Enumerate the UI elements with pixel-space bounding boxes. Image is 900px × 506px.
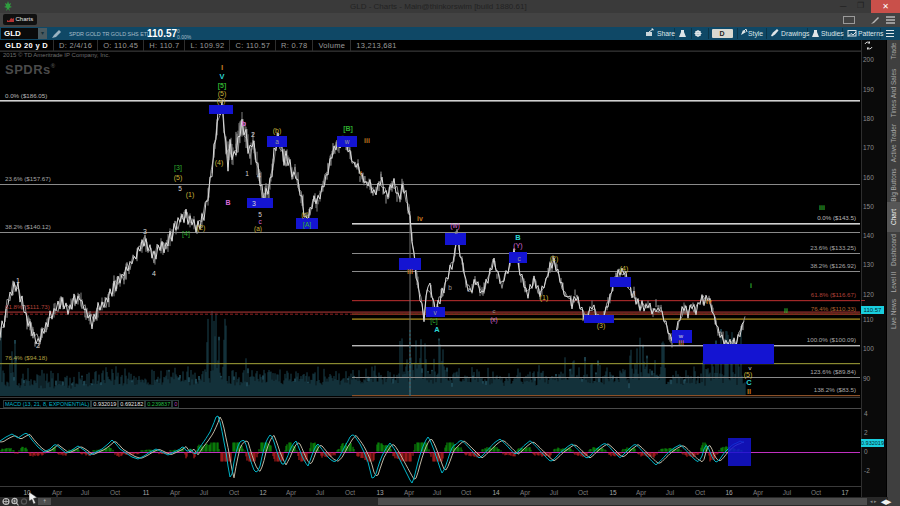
svg-text:2: 2 — [251, 131, 255, 138]
svg-text:A: A — [434, 325, 440, 334]
svg-text:(a): (a) — [254, 225, 262, 233]
svg-text:[c]: [c] — [430, 317, 437, 325]
svg-text:C: C — [746, 378, 752, 387]
svg-text:b: b — [242, 120, 246, 127]
svg-text:Active Trader: Active Trader — [890, 123, 897, 162]
svg-text:Live News: Live News — [890, 298, 897, 329]
svg-text:(4): (4) — [620, 265, 629, 273]
svg-text:4: 4 — [152, 270, 156, 277]
svg-text:Trade: Trade — [890, 42, 897, 59]
svg-text:[3]: [3] — [174, 164, 182, 172]
svg-text:Times And Sales: Times And Sales — [890, 68, 897, 117]
svg-text:1: 1 — [245, 170, 249, 177]
svg-text:(Y): (Y) — [513, 242, 522, 250]
svg-text:3: 3 — [143, 228, 147, 235]
svg-text:0.0% ($186.05): 0.0% ($186.05) — [5, 92, 47, 99]
svg-text:Drawings: Drawings — [781, 30, 810, 38]
svg-text:Big Buttons: Big Buttons — [890, 168, 898, 202]
svg-text:23.6% ($157.67): 23.6% ($157.67) — [5, 175, 51, 182]
svg-text:[A]: [A] — [303, 221, 312, 229]
svg-text:ii: ii — [784, 307, 788, 314]
svg-text:B: B — [515, 233, 521, 242]
svg-text:[5]: [5] — [218, 82, 227, 90]
svg-text:0.0% ($143.5): 0.0% ($143.5) — [817, 214, 856, 221]
svg-text:i: i — [750, 282, 752, 289]
svg-text:a: a — [467, 286, 471, 293]
svg-text:i: i — [360, 170, 362, 177]
svg-text:76.4% ($110.33): 76.4% ($110.33) — [811, 305, 856, 312]
svg-text:[B]: [B] — [343, 125, 353, 133]
svg-text:(4): (4) — [215, 159, 224, 167]
svg-text:(1): (1) — [186, 191, 195, 199]
svg-text:iii: iii — [364, 137, 370, 144]
svg-text:61.8% ($111.73): 61.8% ($111.73) — [5, 303, 50, 310]
svg-text:(c): (c) — [301, 211, 309, 219]
svg-text:138.2% ($83.5): 138.2% ($83.5) — [814, 386, 856, 393]
svg-text:iii: iii — [407, 268, 413, 275]
svg-text:V: V — [219, 72, 224, 81]
svg-text:iv: iv — [706, 298, 712, 305]
svg-text:Style: Style — [748, 30, 763, 38]
svg-text:Studies: Studies — [821, 30, 844, 37]
svg-text:61.8% ($116.67): 61.8% ($116.67) — [811, 291, 856, 298]
svg-text:Share: Share — [657, 30, 675, 37]
svg-text:5: 5 — [178, 185, 182, 192]
svg-text:1: 1 — [16, 277, 20, 284]
svg-text:38.2% ($140.12): 38.2% ($140.12) — [5, 223, 51, 230]
svg-text:Level II: Level II — [890, 271, 897, 292]
svg-text:3: 3 — [252, 200, 256, 207]
svg-text:Chart: Chart — [890, 209, 897, 225]
svg-text:D: D — [719, 30, 724, 37]
svg-text:a: a — [275, 138, 279, 145]
svg-text:c: c — [258, 218, 262, 225]
svg-text:iii: iii — [678, 339, 684, 346]
svg-text:c: c — [455, 229, 458, 235]
svg-text:w: w — [344, 138, 350, 145]
svg-text:5: 5 — [258, 211, 262, 218]
svg-text:c: c — [493, 308, 496, 314]
svg-text:(2): (2) — [550, 255, 559, 263]
svg-text:(2): (2) — [197, 224, 206, 232]
svg-text:II: II — [747, 387, 751, 396]
svg-text:I: I — [221, 63, 223, 72]
svg-text:38.2% ($126.92): 38.2% ($126.92) — [810, 262, 856, 269]
svg-text:(1): (1) — [540, 294, 549, 302]
svg-text:2: 2 — [36, 342, 40, 349]
svg-text:iv: iv — [417, 215, 423, 222]
svg-text:(x): (x) — [490, 316, 498, 324]
svg-text:(3): (3) — [597, 322, 606, 330]
svg-text:iii: iii — [819, 204, 825, 211]
svg-text:[4]: [4] — [182, 230, 190, 238]
svg-text:(3): (3) — [217, 97, 226, 105]
svg-text:B: B — [225, 199, 230, 206]
svg-text:76.4% ($94.18): 76.4% ($94.18) — [5, 354, 47, 361]
svg-text:(5): (5) — [174, 174, 183, 182]
svg-text:4: 4 — [257, 172, 261, 179]
svg-text:Dashboard: Dashboard — [890, 234, 897, 266]
svg-text:100.0% ($100.09): 100.0% ($100.09) — [807, 336, 856, 343]
svg-text:b: b — [448, 284, 452, 291]
svg-text:123.6% ($89.84): 123.6% ($89.84) — [810, 368, 856, 375]
svg-text:ii: ii — [633, 290, 636, 297]
svg-text:(b): (b) — [273, 127, 282, 135]
svg-text:Patterns: Patterns — [858, 30, 884, 37]
svg-text:23.6% ($133.25): 23.6% ($133.25) — [810, 244, 856, 251]
